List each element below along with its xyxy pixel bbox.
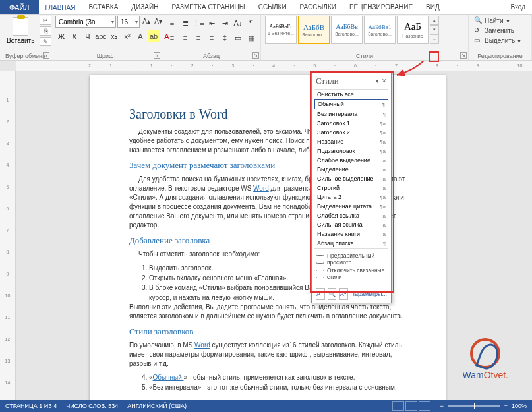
superscript-button[interactable]: x² [121, 30, 133, 42]
paragraph-launcher[interactable]: ↘ [252, 52, 259, 59]
style-row[interactable]: Сильное выделениеa [314, 174, 388, 183]
doc-list: «Обычный » - обычный стиль, применяется … [149, 372, 406, 392]
tab-layout[interactable]: РАЗМЕТКА СТРАНИЦЫ [165, 0, 251, 14]
style-row[interactable]: Выделениеa [314, 165, 388, 174]
style-row[interactable]: Очистить все [314, 90, 388, 99]
find-button[interactable]: 🔍Найти ▾ [473, 16, 522, 25]
style-row[interactable]: Выделенная цитата¶a [314, 202, 388, 211]
italic-button[interactable]: К [69, 30, 80, 42]
horizontal-ruler[interactable]: 21·1·2·3·4·5·6·7·8·9·10·11·12·13·14·15·1… [16, 61, 532, 71]
vertical-ruler[interactable]: 12345678910111213141516 [0, 71, 16, 400]
numbering-button[interactable]: ≣ [179, 17, 191, 29]
style-row[interactable]: Слабое выделениеa [314, 156, 388, 165]
web-layout-button[interactable] [419, 401, 430, 411]
print-layout-button[interactable] [405, 401, 417, 411]
style-row[interactable]: Подзаголовок¶a [314, 146, 388, 156]
style-item[interactable]: АаБбВвЗаголово... [331, 16, 363, 44]
style-row[interactable]: Строгийa [314, 183, 388, 192]
sign-in-link[interactable]: Вход [504, 0, 532, 14]
style-row[interactable]: Абзац списка¶ [314, 239, 388, 248]
paste-label: Вставить [7, 37, 34, 44]
align-right-button[interactable]: ≡ [192, 32, 204, 44]
underline-button[interactable]: Ч [82, 30, 94, 42]
style-row[interactable]: Заголовок 2¶a [314, 128, 388, 137]
replace-icon: ↺ [474, 26, 482, 34]
shading-button[interactable]: ▭ [232, 32, 244, 44]
borders-button[interactable]: ▦ [245, 32, 257, 44]
style-item[interactable]: АаБбВвГг1 Без инте... [265, 16, 297, 44]
cut-button[interactable]: ✂ [40, 16, 51, 25]
pane-params-link[interactable]: Параметры... [351, 291, 387, 297]
select-button[interactable]: ▭Выделить ▾ [473, 36, 522, 45]
strike-button[interactable]: abc [95, 30, 107, 42]
styles-launcher[interactable]: ↘ [460, 52, 467, 59]
style-item[interactable]: АаБбВЗаголово... [298, 16, 330, 44]
replace-button[interactable]: ↺Заменить [473, 26, 522, 35]
clipboard-launcher[interactable]: ↘ [43, 52, 49, 59]
highlight-button[interactable]: ab [148, 30, 160, 42]
doc-link[interactable]: Обычный [153, 374, 184, 381]
status-language[interactable]: АНГЛИЙСКИЙ (США) [127, 403, 187, 409]
show-marks-button[interactable]: ¶ [245, 17, 257, 29]
preview-checkbox[interactable]: Предварительный просмотр [316, 252, 387, 266]
style-row[interactable]: Название книгиa [314, 229, 388, 239]
multilevel-button[interactable]: ⋮≡ [192, 17, 204, 29]
style-row[interactable]: Сильная ссылкаa [314, 220, 388, 229]
new-style-button[interactable]: A₊ [316, 288, 325, 300]
font-name-combo[interactable]: Cambria (За [55, 16, 116, 28]
font-launcher[interactable]: ↘ [154, 52, 160, 59]
style-inspector-button[interactable]: 🔍 [328, 288, 337, 300]
line-spacing-button[interactable]: ‡ [219, 32, 231, 44]
read-mode-button[interactable] [392, 401, 404, 411]
style-row[interactable]: Цитата 2¶a [314, 192, 388, 202]
increase-indent-button[interactable]: ⇥ [219, 17, 231, 29]
tab-design[interactable]: ДИЗАЙН [125, 0, 165, 14]
style-row[interactable]: Заголовок 1¶a [314, 119, 388, 128]
document-page[interactable]: Заголовки в Word Документы создают для п… [90, 75, 446, 400]
disable-linked-checkbox[interactable]: Отключить связанные стили [316, 267, 387, 280]
status-page[interactable]: СТРАНИЦА 1 ИЗ 4 [5, 403, 57, 409]
tab-strip: ФАЙЛ ГЛАВНАЯ ВСТАВКА ДИЗАЙН РАЗМЕТКА СТР… [0, 0, 532, 15]
align-left-button[interactable]: ≡ [166, 32, 178, 44]
doc-link[interactable]: Word [253, 185, 269, 192]
tab-home[interactable]: ГЛАВНАЯ [39, 0, 82, 14]
grow-font-button[interactable]: A▴ [141, 16, 152, 26]
pane-close-icon[interactable]: ✕ [382, 78, 387, 84]
style-row[interactable]: Обычный¶ [314, 99, 388, 109]
group-label: Абзац [166, 52, 256, 59]
copy-button[interactable]: ⎘ [40, 26, 51, 36]
decrease-indent-button[interactable]: ⇤ [206, 17, 218, 29]
status-word-count[interactable]: ЧИСЛО СЛОВ: 534 [66, 403, 118, 409]
doc-link[interactable]: Word [194, 341, 210, 349]
pane-dropdown-icon[interactable]: ▾ [376, 78, 379, 84]
sort-button[interactable]: A↓ [232, 17, 244, 29]
style-item[interactable]: АаБбВв1Заголово... [364, 16, 396, 44]
zoom-control[interactable]: − + 100% [440, 403, 527, 409]
style-row[interactable]: Без интервала¶ [314, 109, 388, 119]
zoom-out-button[interactable]: − [440, 403, 443, 409]
manage-styles-button[interactable]: Aᵃ [339, 288, 348, 300]
tab-view[interactable]: ВИД [419, 0, 446, 14]
tab-review[interactable]: РЕЦЕНЗИРОВАНИЕ [343, 0, 419, 14]
subscript-button[interactable]: x₂ [108, 30, 120, 42]
style-row[interactable]: Слабая ссылкаa [314, 211, 388, 220]
tab-mailings[interactable]: РАССЫЛКИ [293, 0, 343, 14]
format-painter-button[interactable]: ✎ [40, 37, 51, 46]
doc-heading-2: Стили заголовков [129, 326, 406, 337]
style-row[interactable]: Название¶a [314, 137, 388, 146]
tab-insert[interactable]: ВСТАВКА [82, 0, 125, 14]
justify-button[interactable]: ≡ [206, 32, 218, 44]
style-item[interactable]: АаБНазвание [397, 16, 429, 44]
paste-button[interactable]: Вставить [4, 16, 37, 45]
bullets-button[interactable]: ≡ [166, 17, 178, 29]
zoom-slider[interactable] [448, 405, 500, 407]
text-effects-button[interactable]: A [134, 30, 146, 42]
font-size-combo[interactable]: 16 [117, 16, 140, 28]
zoom-in-button[interactable]: + [504, 403, 508, 409]
zoom-value[interactable]: 100% [512, 403, 527, 409]
align-center-button[interactable]: ≡ [179, 32, 191, 44]
file-tab[interactable]: ФАЙЛ [0, 0, 39, 14]
gallery-scroll[interactable]: ▴▾⌄ [430, 16, 439, 44]
tab-references[interactable]: ССЫЛКИ [252, 0, 293, 14]
bold-button[interactable]: Ж [55, 30, 67, 42]
